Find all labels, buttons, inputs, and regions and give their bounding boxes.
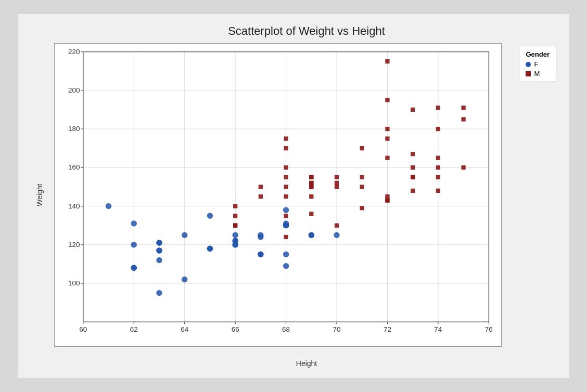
svg-rect-133 — [461, 106, 465, 110]
male-icon — [526, 71, 531, 76]
svg-rect-114 — [385, 98, 389, 102]
svg-rect-89 — [284, 136, 288, 140]
svg-point-62 — [207, 213, 213, 218]
legend-title: Gender — [526, 50, 550, 58]
male-label: M — [534, 70, 540, 77]
female-icon — [526, 62, 531, 67]
scatter-plot: 100120140160180200220606264666870727476 — [55, 44, 501, 346]
svg-rect-128 — [436, 127, 440, 131]
chart-container: Scatterplot of Weight vs Height Weight 1… — [18, 14, 569, 378]
svg-rect-116 — [385, 136, 389, 140]
svg-rect-134 — [461, 117, 465, 121]
svg-point-71 — [258, 252, 263, 257]
svg-point-78 — [283, 263, 289, 269]
svg-point-82 — [334, 232, 339, 238]
svg-point-61 — [182, 277, 187, 282]
chart-title: Scatterplot of Weight vs Height — [228, 24, 385, 38]
svg-rect-123 — [411, 165, 415, 169]
svg-rect-93 — [284, 185, 288, 189]
svg-rect-106 — [335, 181, 339, 185]
svg-rect-87 — [259, 185, 263, 189]
svg-text:220: 220 — [68, 48, 80, 56]
svg-rect-83 — [233, 204, 237, 208]
svg-point-74 — [283, 207, 289, 213]
svg-text:76: 76 — [485, 325, 493, 333]
svg-rect-94 — [284, 194, 288, 199]
svg-text:70: 70 — [333, 325, 341, 333]
svg-rect-125 — [411, 175, 415, 179]
svg-point-69 — [232, 232, 238, 238]
svg-point-68 — [232, 242, 238, 247]
svg-rect-102 — [309, 185, 313, 189]
svg-point-49 — [106, 203, 111, 209]
svg-text:62: 62 — [130, 325, 138, 333]
svg-rect-110 — [360, 175, 364, 179]
legend-item-female: F — [526, 60, 550, 68]
svg-rect-118 — [385, 194, 389, 199]
svg-text:68: 68 — [282, 325, 290, 333]
svg-rect-121 — [411, 108, 415, 112]
svg-text:72: 72 — [384, 325, 391, 333]
svg-text:140: 140 — [68, 202, 80, 210]
legend: Gender F M — [519, 46, 556, 82]
svg-point-77 — [283, 220, 289, 226]
svg-text:200: 200 — [68, 86, 80, 94]
svg-rect-132 — [436, 189, 440, 193]
svg-text:120: 120 — [68, 241, 80, 249]
svg-rect-111 — [360, 185, 364, 189]
svg-point-60 — [182, 232, 187, 238]
x-axis-label: Height — [296, 359, 317, 368]
svg-rect-108 — [335, 223, 339, 227]
svg-rect-112 — [360, 206, 364, 210]
svg-point-50 — [131, 242, 137, 247]
svg-rect-115 — [385, 127, 389, 131]
svg-text:180: 180 — [68, 125, 80, 133]
svg-rect-113 — [385, 59, 389, 63]
svg-text:100: 100 — [68, 279, 80, 287]
svg-point-64 — [207, 245, 213, 251]
svg-point-59 — [156, 290, 162, 296]
svg-point-81 — [309, 232, 314, 238]
svg-rect-127 — [436, 106, 440, 110]
svg-rect-92 — [284, 175, 288, 179]
svg-point-51 — [131, 220, 137, 226]
female-label: F — [534, 60, 538, 68]
svg-point-56 — [156, 240, 162, 245]
svg-text:60: 60 — [79, 325, 87, 333]
svg-rect-103 — [309, 194, 313, 199]
svg-point-54 — [156, 257, 162, 263]
svg-text:74: 74 — [434, 325, 442, 333]
svg-rect-131 — [436, 175, 440, 179]
svg-point-73 — [258, 232, 263, 238]
plot-area: 100120140160180200220606264666870727476 — [54, 43, 502, 347]
svg-point-79 — [283, 252, 289, 257]
svg-rect-120 — [385, 198, 389, 202]
svg-rect-84 — [233, 214, 237, 218]
chart-area: Weight 100120140160180200220606264666870… — [54, 43, 559, 347]
svg-rect-117 — [385, 156, 389, 160]
svg-rect-100 — [309, 181, 313, 185]
svg-rect-96 — [284, 235, 288, 239]
svg-rect-109 — [360, 146, 364, 150]
legend-item-male: M — [526, 70, 550, 77]
svg-rect-88 — [259, 194, 263, 199]
svg-rect-105 — [335, 175, 339, 179]
y-axis-label: Weight — [35, 184, 44, 206]
svg-rect-90 — [284, 146, 288, 150]
svg-rect-122 — [411, 152, 415, 156]
svg-rect-86 — [233, 223, 237, 227]
svg-point-58 — [156, 247, 162, 253]
svg-text:66: 66 — [232, 325, 239, 333]
svg-point-53 — [131, 265, 137, 271]
svg-text:160: 160 — [68, 163, 80, 171]
svg-rect-135 — [461, 165, 465, 169]
svg-rect-98 — [309, 175, 313, 179]
svg-rect-130 — [436, 165, 440, 169]
svg-text:64: 64 — [181, 325, 189, 333]
svg-rect-107 — [335, 185, 339, 189]
svg-rect-91 — [284, 165, 288, 169]
svg-rect-126 — [411, 189, 415, 193]
svg-rect-104 — [309, 212, 313, 216]
svg-rect-95 — [284, 214, 288, 218]
svg-rect-129 — [436, 156, 440, 160]
